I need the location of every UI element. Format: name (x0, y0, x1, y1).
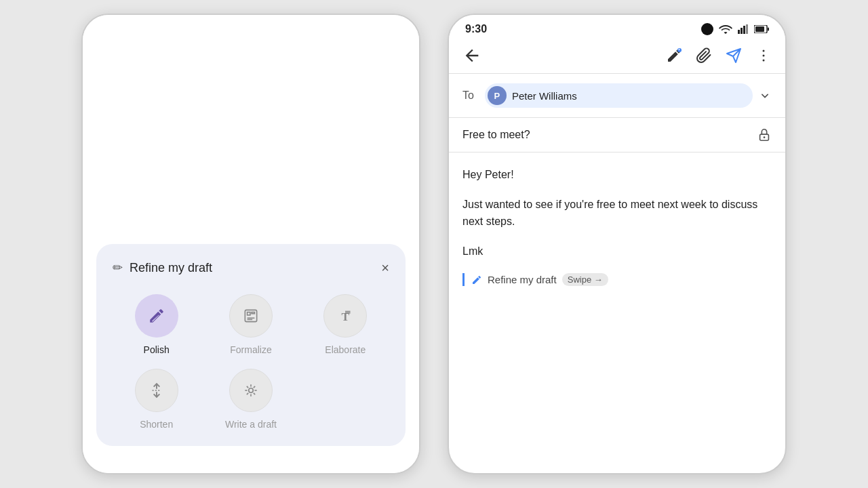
send-button[interactable] (726, 47, 742, 64)
body-sign: Lmk (462, 243, 772, 260)
svg-rect-1 (248, 312, 250, 315)
chevron-down-icon[interactable] (758, 89, 772, 102)
wifi-icon (719, 24, 732, 34)
svg-rect-20 (738, 30, 740, 34)
polish-label: Polish (144, 344, 170, 355)
svg-point-27 (677, 48, 682, 52)
recipient-avatar: P (488, 86, 507, 105)
signal-icon (738, 24, 749, 34)
status-time: 9:30 (465, 23, 487, 35)
refine-option-polish[interactable]: Polish (113, 294, 200, 355)
polish-icon-bg (135, 294, 178, 338)
email-content: To P Peter Williams Free to meet? (449, 74, 785, 473)
back-button[interactable] (462, 46, 481, 65)
lock-icon (757, 127, 772, 142)
status-icons (701, 23, 769, 35)
polish-icon (148, 307, 165, 325)
to-label: To (462, 89, 474, 102)
to-field: To P Peter Williams (449, 74, 785, 118)
camera-dot (701, 23, 713, 35)
svg-line-17 (254, 393, 255, 394)
refine-cursor-line: Refine my draft Swipe → (462, 273, 772, 286)
formalize-icon (242, 307, 260, 325)
app-container: ✏ Refine my draft × Polish (0, 0, 868, 488)
svg-rect-21 (741, 28, 743, 34)
refine-panel: ✏ Refine my draft × Polish (96, 244, 406, 446)
elaborate-icon: T (336, 307, 354, 325)
write-draft-icon-bg (229, 369, 273, 412)
elaborate-label: Elaborate (325, 344, 366, 355)
write-draft-label: Write a draft (225, 419, 277, 430)
email-body[interactable]: Hey Peter! Just wanted to see if you're … (449, 152, 785, 473)
svg-rect-2 (252, 312, 254, 314)
formalize-icon-bg (229, 294, 273, 338)
refine-inline-icon (471, 274, 482, 285)
formalize-label: Formalize (230, 344, 271, 355)
refine-option-shorten[interactable]: Shorten (113, 369, 200, 430)
svg-line-16 (247, 386, 248, 388)
attachment-icon[interactable] (696, 47, 712, 64)
shorten-icon-bg (135, 369, 178, 412)
svg-line-19 (247, 393, 248, 394)
svg-rect-23 (746, 24, 748, 34)
toolbar-right (666, 47, 772, 64)
svg-line-18 (254, 386, 255, 388)
refine-options-grid: Polish Formal (113, 294, 389, 430)
refine-inline-text[interactable]: Refine my draft (488, 274, 557, 285)
elaborate-icon-bg: T (323, 294, 367, 338)
svg-point-29 (763, 55, 765, 57)
body-greeting: Hey Peter! (462, 166, 772, 184)
svg-point-28 (763, 50, 765, 52)
swipe-badge: Swipe → (562, 273, 608, 286)
refine-option-formalize[interactable]: Formalize (207, 294, 294, 355)
ai-pen-icon[interactable] (666, 47, 682, 64)
refine-title-icon: ✏ (113, 260, 123, 275)
refine-panel-title: Refine my draft (130, 261, 212, 275)
recipient-name: Peter Williams (512, 90, 577, 102)
svg-text:T: T (342, 310, 350, 323)
refine-header: ✏ Refine my draft × (113, 260, 389, 275)
svg-point-30 (763, 60, 765, 62)
status-bar: 9:30 (449, 15, 785, 41)
phone-right: 9:30 (448, 14, 787, 474)
svg-rect-25 (755, 26, 764, 32)
battery-icon (754, 25, 769, 33)
email-toolbar (449, 41, 785, 73)
shorten-label: Shorten (140, 419, 173, 430)
svg-rect-22 (743, 26, 745, 34)
subject-field: Free to meet? (449, 118, 785, 152)
recipient-chip[interactable]: P Peter Williams (485, 83, 753, 108)
toolbar-left (462, 46, 481, 65)
subject-text[interactable]: Free to meet? (462, 129, 757, 141)
svg-point-11 (249, 388, 254, 393)
write-draft-icon (242, 382, 260, 399)
refine-option-elaborate[interactable]: T Elaborate (302, 294, 389, 355)
svg-point-32 (764, 136, 766, 138)
more-options-icon[interactable] (755, 47, 772, 64)
refine-close-button[interactable]: × (381, 261, 389, 274)
svg-rect-26 (768, 28, 769, 31)
body-paragraph: Just wanted to see if you're free to mee… (462, 196, 772, 230)
refine-option-write-draft[interactable]: Write a draft (207, 369, 294, 430)
refine-title-group: ✏ Refine my draft (113, 260, 212, 275)
phone-left: ✏ Refine my draft × Polish (81, 14, 420, 474)
shorten-icon (148, 382, 165, 399)
